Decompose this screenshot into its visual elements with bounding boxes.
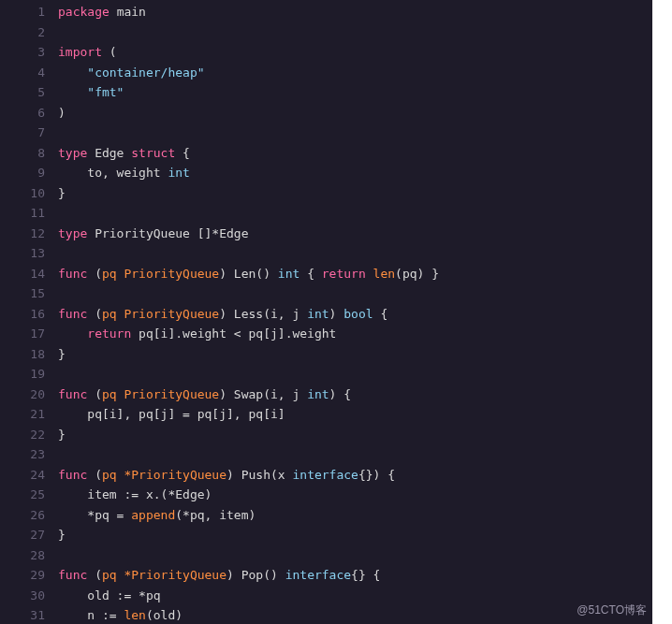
token-kw: package <box>58 5 110 19</box>
line-number: 8 <box>0 143 58 164</box>
code-content: } <box>58 183 652 204</box>
code-content: "container/heap" <box>58 63 652 83</box>
code-content: type Edge struct { <box>58 143 652 164</box>
token-type: int <box>278 267 299 281</box>
token-ident: ) Pop() <box>226 568 285 582</box>
token-type: interface <box>292 468 358 482</box>
code-content: return pq[i].weight < pq[j].weight <box>58 324 652 344</box>
code-line: 16func (pq PriorityQueue) Less(i, j int)… <box>0 304 652 325</box>
code-content: item := x.(*Edge) <box>58 485 652 505</box>
token-recv: PriorityQueue <box>124 267 219 281</box>
line-number: 3 <box>0 42 58 63</box>
token-ident: pq[i].weight < pq[j].weight <box>131 327 336 341</box>
code-content <box>58 364 652 385</box>
code-line: 4 "container/heap" <box>0 63 652 83</box>
line-number: 13 <box>0 243 58 264</box>
line-number: 19 <box>0 364 58 385</box>
token-recv: pq <box>102 568 117 582</box>
line-number: 5 <box>0 82 58 103</box>
code-content <box>58 444 652 465</box>
line-number: 20 <box>0 385 58 405</box>
token-str: "fmt" <box>87 85 124 99</box>
token-ident: } <box>58 528 66 542</box>
code-line: 30 old := *pq <box>0 586 652 606</box>
token-kw: func <box>58 568 87 582</box>
token-recv: pq <box>102 307 117 321</box>
code-content: type PriorityQueue []*Edge <box>58 224 652 244</box>
token-type: int <box>168 166 189 180</box>
line-number: 9 <box>0 163 58 183</box>
line-number: 26 <box>0 505 58 526</box>
code-content: } <box>58 525 652 545</box>
code-content: } <box>58 344 652 365</box>
code-content: import ( <box>58 42 652 63</box>
token-ident: ) <box>329 307 344 321</box>
code-content: package main <box>58 2 652 22</box>
code-line: 13 <box>0 243 652 264</box>
token-ident: ) { <box>329 387 351 401</box>
token-recv: pq <box>102 387 117 401</box>
token-ident: { <box>373 307 388 321</box>
line-number: 21 <box>0 404 58 425</box>
token-ident: main <box>117 5 146 19</box>
line-number: 23 <box>0 444 58 465</box>
token-type: bool <box>343 307 373 321</box>
token-ident: ( <box>87 568 102 582</box>
code-content <box>58 203 652 224</box>
code-line: 23 <box>0 444 652 465</box>
token-ident <box>58 85 87 99</box>
line-number: 11 <box>0 203 58 224</box>
token-recv: PriorityQueue <box>124 307 219 321</box>
token-type: int <box>307 307 329 321</box>
token-ident: ( <box>87 307 102 321</box>
code-content <box>58 123 652 143</box>
code-line: 31 n := len(old) <box>0 605 652 624</box>
code-line: 6) <box>0 103 652 123</box>
token-builtin: len <box>124 608 145 622</box>
code-content: old := *pq <box>58 586 652 606</box>
code-area: 1package main23import (4 "container/heap… <box>0 0 652 624</box>
token-ident: } <box>58 428 66 442</box>
token-recv: pq <box>102 468 117 482</box>
token-ident: { <box>175 146 190 160</box>
line-number: 24 <box>0 465 58 486</box>
token-ident: {}) { <box>358 468 395 482</box>
token-kw: func <box>58 468 87 482</box>
line-number: 22 <box>0 425 58 445</box>
line-number: 27 <box>0 525 58 545</box>
code-line: 26 *pq = append(*pq, item) <box>0 505 652 526</box>
token-ident: } <box>58 347 66 361</box>
code-content: func (pq PriorityQueue) Swap(i, j int) { <box>58 385 652 405</box>
code-line: 11 <box>0 203 652 224</box>
code-line: 5 "fmt" <box>0 82 652 103</box>
token-ident <box>110 5 117 19</box>
line-number: 2 <box>0 22 58 43</box>
code-content <box>58 22 652 43</box>
token-recv: pq <box>102 267 117 281</box>
token-ident: PriorityQueue []*Edge <box>87 226 248 240</box>
line-number: 4 <box>0 63 58 83</box>
token-ident: ( <box>87 387 102 401</box>
token-ident: ) Less(i, j <box>219 307 307 321</box>
token-ident: ) Push(x <box>226 468 292 482</box>
line-number: 31 <box>0 605 58 624</box>
line-number: 25 <box>0 485 58 505</box>
code-line: 18} <box>0 344 652 365</box>
token-ident: (old) <box>146 608 183 622</box>
token-ident: n := <box>58 608 124 622</box>
token-ident: *pq = <box>58 508 131 522</box>
token-kw: return <box>322 267 366 281</box>
code-line: 29func (pq *PriorityQueue) Pop() interfa… <box>0 565 652 586</box>
code-line: 8type Edge struct { <box>0 143 652 164</box>
token-ident: ) Len() <box>219 267 278 281</box>
line-number: 16 <box>0 304 58 325</box>
line-number: 12 <box>0 224 58 244</box>
line-number: 1 <box>0 2 58 22</box>
token-ident: item := x.(*Edge) <box>58 487 212 501</box>
token-ident: (*pq, item) <box>175 508 256 522</box>
code-line: 10} <box>0 183 652 204</box>
code-content: func (pq PriorityQueue) Len() int { retu… <box>58 264 652 284</box>
code-content: to, weight int <box>58 163 652 183</box>
code-line: 1package main <box>0 2 652 22</box>
code-content: n := len(old) <box>58 605 652 624</box>
